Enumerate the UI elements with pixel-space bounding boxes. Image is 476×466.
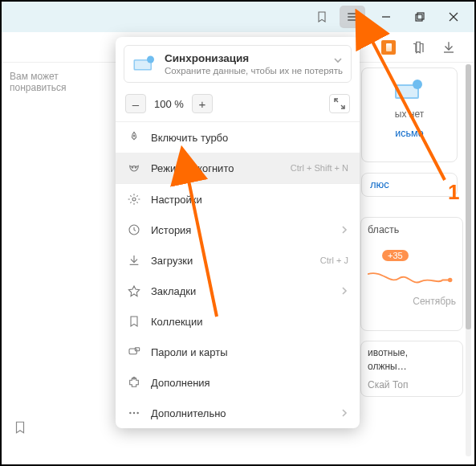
star-icon: [127, 284, 141, 298]
weather-widget[interactable]: бласть +35 Сентябрь: [360, 217, 463, 331]
news-widget[interactable]: ивотные, олжны… Скай Топ: [360, 341, 463, 397]
bookmarks-sidebar-icon[interactable]: [13, 420, 27, 437]
mask-icon: [127, 161, 141, 175]
news-line2: олжны…: [368, 360, 456, 374]
chevron-down-icon: [333, 55, 343, 67]
sync-subtitle: Сохраните данные, чтобы их не потерять: [165, 66, 343, 76]
sync-card[interactable]: Синхронизация Сохраните данные, чтобы их…: [124, 45, 352, 83]
menu-item-accelerator: Ctrl + Shift + N: [291, 163, 348, 173]
menu-item-label: Загрузки: [151, 255, 193, 267]
bookmarks-icon[interactable]: [309, 6, 335, 28]
zoom-controls: – 100 % +: [116, 89, 360, 121]
weather-sparkline-icon: [368, 261, 456, 290]
menu-item-clock[interactable]: История: [116, 215, 360, 245]
menu-item-download[interactable]: ЗагрузкиCtrl + J: [116, 245, 360, 276]
mail-widget-text1: ых нет: [368, 107, 450, 121]
sync-title: Синхронизация: [165, 52, 343, 64]
collections-icon[interactable]: [410, 39, 426, 55]
close-button[interactable]: [437, 5, 470, 29]
menu-item-label: История: [151, 224, 191, 236]
svg-point-20: [132, 167, 133, 169]
zoom-value: 100 %: [153, 98, 185, 110]
dots-icon: [127, 406, 141, 420]
main-menu: Синхронизация Сохраните данные, чтобы их…: [116, 37, 360, 428]
menu-item-label: Пароли и карты: [151, 346, 228, 358]
svg-point-19: [133, 135, 135, 137]
chevron-right-icon: [340, 407, 348, 419]
svg-rect-4: [416, 14, 422, 21]
gear-icon: [127, 192, 141, 206]
svg-point-16: [147, 56, 154, 63]
rocket-icon: [127, 130, 141, 145]
flag-icon: [127, 314, 141, 329]
mail-widget-icon: [393, 75, 425, 102]
svg-point-13: [448, 278, 453, 283]
mail-widget[interactable]: ых нет исьмо: [361, 67, 458, 162]
svg-point-31: [133, 412, 135, 414]
download-icon: [127, 253, 141, 268]
sync-icon: [132, 52, 157, 73]
svg-rect-27: [129, 349, 136, 354]
chevron-right-icon: [340, 285, 348, 297]
svg-point-32: [136, 412, 138, 414]
titlebar: [2, 2, 474, 32]
launcher-icon[interactable]: [381, 40, 396, 55]
menu-item-dots[interactable]: Дополнительно: [116, 398, 360, 428]
svg-marker-26: [128, 286, 139, 296]
menu-button[interactable]: [340, 6, 365, 28]
menu-item-label: Закладки: [151, 285, 196, 297]
news-line1: ивотные,: [368, 346, 456, 360]
puzzle-icon: [127, 375, 141, 390]
maximize-button[interactable]: [404, 5, 436, 29]
menu-item-mask[interactable]: Режим инкогнитоCtrl + Shift + N: [116, 153, 360, 183]
menu-item-label: Настройки: [151, 194, 202, 206]
footer-suggestion: Вам может понравиться: [2, 63, 122, 101]
chevron-right-icon: [340, 224, 348, 236]
svg-point-21: [135, 167, 136, 169]
mail-widget-link[interactable]: исьмо: [368, 128, 450, 139]
menu-item-label: Коллекции: [151, 316, 203, 328]
download-icon[interactable]: [441, 39, 457, 55]
svg-point-22: [132, 198, 136, 201]
menu-item-gear[interactable]: Настройки: [116, 184, 360, 215]
annotation-number-1: 1: [448, 180, 459, 205]
zoom-in-button[interactable]: +: [192, 94, 213, 113]
menu-item-label: Включить турбо: [151, 132, 228, 144]
temperature-badge: +35: [382, 250, 409, 261]
plus-widget[interactable]: люс: [361, 173, 458, 197]
scrollbar-thumb[interactable]: [466, 64, 471, 329]
zoom-out-button[interactable]: –: [125, 94, 146, 113]
fullscreen-button[interactable]: [329, 94, 350, 113]
menu-item-rocket[interactable]: Включить турбо: [116, 122, 360, 153]
svg-rect-5: [417, 13, 424, 19]
svg-point-30: [129, 412, 131, 414]
menu-item-star[interactable]: Закладки: [116, 276, 360, 306]
menu-item-flag[interactable]: Коллекции: [116, 306, 360, 337]
key-icon: [127, 345, 141, 359]
menu-item-accelerator: Ctrl + J: [320, 255, 348, 265]
menu-item-label: Дополнения: [151, 377, 210, 389]
weather-region: бласть: [368, 224, 456, 235]
menu-item-key[interactable]: Пароли и карты: [116, 337, 360, 367]
svg-rect-28: [135, 348, 139, 351]
minimize-button[interactable]: [370, 5, 402, 29]
plus-label: люс: [370, 178, 389, 190]
svg-point-12: [413, 80, 422, 89]
menu-item-label: Режим инкогнито: [151, 162, 234, 174]
weather-month: Сентябрь: [368, 296, 456, 307]
menu-item-label: Дополнительно: [151, 407, 226, 419]
clock-icon: [127, 223, 141, 237]
menu-item-puzzle[interactable]: Дополнения: [116, 367, 360, 398]
news-source: Скай Топ: [368, 378, 456, 392]
